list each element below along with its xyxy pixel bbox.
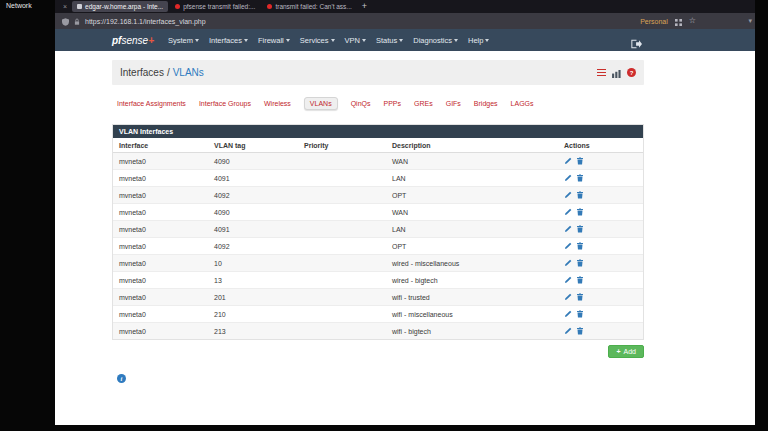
tab-ppps[interactable]: PPPs xyxy=(384,100,402,107)
tab-title: edgar-w.home.arpa - Inte... xyxy=(85,3,163,10)
table-row: mvneta04092OPT xyxy=(113,238,643,255)
workspace-label: Network xyxy=(6,2,32,9)
delete-icon[interactable] xyxy=(576,310,584,318)
nav-item-help[interactable]: Help xyxy=(468,36,489,45)
vlan-table-body: mvneta04090WANmvneta04091LANmvneta04092O… xyxy=(113,153,643,340)
nav-item-diagnostics[interactable]: Diagnostics xyxy=(413,36,458,45)
lock-icon[interactable] xyxy=(74,12,80,30)
edit-icon[interactable] xyxy=(564,242,572,250)
table-row: mvneta04090WAN xyxy=(113,153,643,170)
url-input[interactable]: https://192.168.1.1/interfaces_vlan.php xyxy=(85,18,206,25)
delete-icon[interactable] xyxy=(576,157,584,165)
cell-interface: mvneta0 xyxy=(113,170,208,187)
edit-icon[interactable] xyxy=(564,174,572,182)
cell-description: OPT xyxy=(386,187,558,204)
cell-interface: mvneta0 xyxy=(113,221,208,238)
cell-vlan-tag: 201 xyxy=(208,289,298,306)
tab-gifs[interactable]: GIFs xyxy=(446,100,461,107)
delete-icon[interactable] xyxy=(576,276,584,284)
delete-icon[interactable] xyxy=(576,191,584,199)
breadcrumb-section[interactable]: Interfaces xyxy=(120,67,164,78)
delete-icon[interactable] xyxy=(576,208,584,216)
nav-item-vpn[interactable]: VPN xyxy=(345,36,366,45)
cell-interface: mvneta0 xyxy=(113,323,208,340)
edit-icon[interactable] xyxy=(564,191,572,199)
cell-priority xyxy=(298,255,386,272)
error-favicon-icon xyxy=(267,4,272,9)
chevron-down-icon xyxy=(244,39,248,42)
overflow-chevron-icon[interactable]: ▾ xyxy=(748,17,752,24)
delete-icon[interactable] xyxy=(576,327,584,335)
nav-item-status[interactable]: Status xyxy=(376,36,403,45)
table-row: mvneta010wired - miscellaneous xyxy=(113,255,643,272)
table-row: mvneta04091LAN xyxy=(113,221,643,238)
cell-priority xyxy=(298,204,386,221)
delete-icon[interactable] xyxy=(576,259,584,267)
tab-gres[interactable]: GREs xyxy=(414,100,433,107)
shortcuts-list-icon[interactable] xyxy=(597,69,606,76)
cell-description: wifi - miscellaneous xyxy=(386,306,558,323)
cell-vlan-tag: 4092 xyxy=(208,238,298,255)
cell-description: wired - miscellaneous xyxy=(386,255,558,272)
column-header-priority: Priority xyxy=(298,138,386,153)
tab-vlans[interactable]: VLANs xyxy=(304,97,338,110)
cell-vlan-tag: 10 xyxy=(208,255,298,272)
delete-icon[interactable] xyxy=(576,225,584,233)
cell-actions xyxy=(558,272,643,289)
container-label[interactable]: Personal xyxy=(640,18,668,25)
tab-interface-assignments[interactable]: Interface Assignments xyxy=(117,100,186,107)
column-header-vlan-tag: VLAN tag xyxy=(208,138,298,153)
cell-vlan-tag: 4091 xyxy=(208,221,298,238)
cell-description: WAN xyxy=(386,153,558,170)
tab-laggs[interactable]: LAGGs xyxy=(511,100,534,107)
add-button[interactable]: + Add xyxy=(608,345,644,358)
tab-qinqs[interactable]: QinQs xyxy=(351,100,371,107)
bookmark-star-icon[interactable]: ☆ xyxy=(689,17,696,25)
help-icon[interactable]: ? xyxy=(627,68,636,77)
delete-icon[interactable] xyxy=(576,242,584,250)
chevron-down-icon xyxy=(454,39,458,42)
tab-title: pfsense transmit failed:... xyxy=(183,3,255,10)
cell-vlan-tag: 4090 xyxy=(208,153,298,170)
nav-item-system[interactable]: System xyxy=(168,36,199,45)
cell-actions xyxy=(558,153,643,170)
status-chart-icon[interactable] xyxy=(612,64,621,82)
tab-wireless[interactable]: Wireless xyxy=(264,100,291,107)
container-grid-icon[interactable] xyxy=(675,12,682,30)
tab-interface-groups[interactable]: Interface Groups xyxy=(199,100,251,107)
delete-icon[interactable] xyxy=(576,174,584,182)
edit-icon[interactable] xyxy=(564,310,572,318)
edit-icon[interactable] xyxy=(564,157,572,165)
chevron-down-icon xyxy=(195,39,199,42)
browser-toolbar: https://192.168.1.1/interfaces_vlan.php … xyxy=(55,13,755,29)
new-tab-button[interactable]: + xyxy=(357,2,372,11)
cell-priority xyxy=(298,323,386,340)
nav-item-firewall[interactable]: Firewall xyxy=(258,36,290,45)
shield-icon[interactable] xyxy=(62,12,69,30)
browser-tab[interactable]: pfsense transmit failed:... xyxy=(170,1,260,12)
chevron-down-icon xyxy=(362,39,366,42)
breadcrumb: Interfaces / VLANs ? xyxy=(112,60,644,85)
browser-tab[interactable]: transmit failed: Can't ass... xyxy=(262,1,356,12)
edit-icon[interactable] xyxy=(564,208,572,216)
tab-bridges[interactable]: Bridges xyxy=(474,100,498,107)
pfsense-logo[interactable]: pfsense+ xyxy=(112,35,154,46)
browser-tab[interactable]: edgar-w.home.arpa - Inte... xyxy=(72,1,168,12)
edit-icon[interactable] xyxy=(564,225,572,233)
cell-interface: mvneta0 xyxy=(113,255,208,272)
nav-item-interfaces[interactable]: Interfaces xyxy=(209,36,248,45)
edit-icon[interactable] xyxy=(564,276,572,284)
delete-icon[interactable] xyxy=(576,293,584,301)
logout-icon[interactable] xyxy=(631,35,642,53)
cell-vlan-tag: 210 xyxy=(208,306,298,323)
cell-interface: mvneta0 xyxy=(113,272,208,289)
nav-item-services[interactable]: Services xyxy=(300,36,335,45)
browser-window: × edgar-w.home.arpa - Inte...pfsense tra… xyxy=(55,0,755,425)
edit-icon[interactable] xyxy=(564,259,572,267)
edit-icon[interactable] xyxy=(564,327,572,335)
cell-actions xyxy=(558,238,643,255)
nav-item-label: Interfaces xyxy=(209,36,242,45)
info-icon[interactable]: i xyxy=(117,374,126,383)
edit-icon[interactable] xyxy=(564,293,572,301)
close-icon[interactable]: × xyxy=(63,3,67,10)
